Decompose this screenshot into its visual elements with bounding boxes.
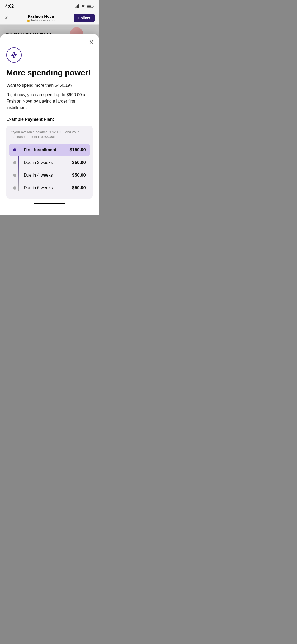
installment-label-week4: Due in 4 weeks <box>24 173 72 178</box>
status-bar: 4:02 <box>0 0 99 12</box>
browser-url: 🔒 fashionnova.com <box>27 19 55 22</box>
browser-close-button[interactable]: ✕ <box>4 15 8 21</box>
payment-plan-box: If your available balance is $200.00 and… <box>6 126 93 199</box>
svg-rect-3 <box>78 4 79 8</box>
installment-row-first: First Installment $150.00 <box>9 144 90 156</box>
browser-bar: ✕ Fashion Nova 🔒 fashionnova.com Follow <box>0 12 99 25</box>
signal-icon <box>75 4 79 8</box>
svg-rect-2 <box>77 5 78 8</box>
installment-label-week6: Due in 6 weeks <box>24 186 72 190</box>
svg-rect-5 <box>93 6 94 7</box>
status-icons <box>75 4 94 8</box>
timeline-dot-week2 <box>13 161 16 164</box>
installment-amount-first: $150.00 <box>70 147 86 153</box>
installment-row-week6: Due in 6 weeks $50.00 <box>11 182 88 194</box>
follow-button[interactable]: Follow <box>74 14 95 22</box>
lock-icon: 🔒 <box>27 19 30 22</box>
installment-amount-week6: $50.00 <box>72 185 86 191</box>
modal-close-button[interactable]: ✕ <box>89 39 94 45</box>
home-indicator <box>34 203 65 204</box>
url-text: fashionnova.com <box>31 19 55 22</box>
status-time: 4:02 <box>5 4 14 9</box>
example-payment-label: Example Payment Plan: <box>6 117 93 122</box>
browser-url-section: Fashion Nova 🔒 fashionnova.com <box>27 14 55 22</box>
modal-title: More spending power! <box>6 68 93 77</box>
installment-row-week4: Due in 4 weeks $50.00 <box>11 169 88 182</box>
modal-overlay: ✕ More spending power! Want to spend mor… <box>0 34 99 215</box>
svg-rect-1 <box>76 6 77 8</box>
modal-description-2: Right now, you can spend up to $690.00 a… <box>6 92 93 111</box>
site-name: Fashion Nova <box>28 14 54 19</box>
timeline-dot-first <box>13 148 16 151</box>
modal-description-1: Want to spend more than $460.19? <box>6 82 93 89</box>
installment-row-week2: Due in 2 weeks $50.00 <box>11 156 88 169</box>
timeline-dot-week4 <box>13 174 16 177</box>
lightning-bolt-icon <box>10 51 18 59</box>
wifi-icon <box>81 4 86 8</box>
plan-note: If your available balance is $200.00 and… <box>11 130 88 139</box>
lightning-icon-circle <box>6 47 22 63</box>
battery-icon <box>87 4 94 8</box>
installment-amount-week4: $50.00 <box>72 173 86 178</box>
svg-rect-6 <box>87 6 91 7</box>
installment-amount-week2: $50.00 <box>72 160 86 165</box>
installment-label-first: First Installment <box>24 148 70 152</box>
payment-rows-container: First Installment $150.00 Due in 2 weeks… <box>11 144 88 194</box>
installment-label-week2: Due in 2 weeks <box>24 160 72 165</box>
timeline-dot-week6 <box>13 186 16 190</box>
svg-rect-0 <box>75 7 76 8</box>
